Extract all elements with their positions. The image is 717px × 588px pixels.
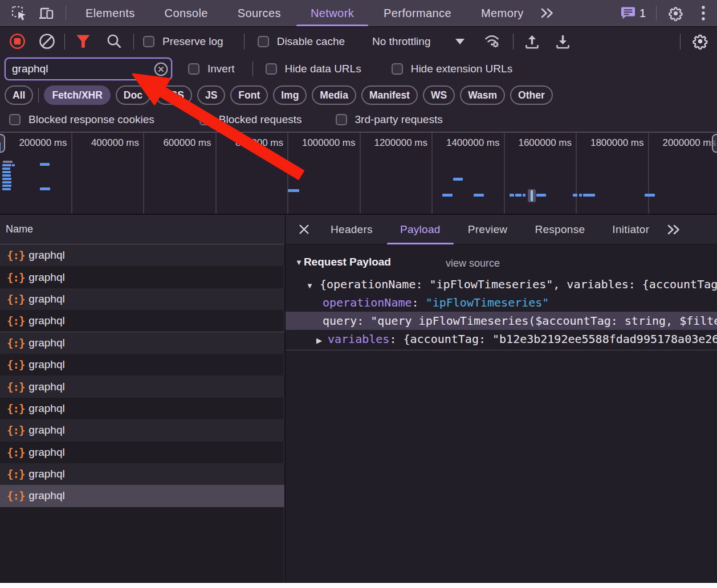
- divider: [244, 34, 245, 50]
- ruler-segment: 200000 ms: [0, 133, 72, 214]
- view-source-link[interactable]: view source: [446, 258, 500, 270]
- collapse-icon[interactable]: ▼: [306, 281, 313, 290]
- import-har-icon[interactable]: [523, 32, 541, 51]
- export-har-icon[interactable]: [553, 32, 572, 51]
- timeline-ruler: 200000 ms400000 ms600000 ms800000 ms1000…: [0, 133, 717, 214]
- request-row[interactable]: {:} graphql: [0, 310, 284, 332]
- main-panel-tab[interactable]: Performance: [369, 0, 466, 26]
- payload-root-row[interactable]: ▼{operationName: "ipFlowTimeseries", var…: [286, 275, 717, 293]
- device-toolbar-icon[interactable]: [35, 2, 58, 24]
- ruler-segment: 1600000 ms: [505, 133, 577, 214]
- overview-request-bar: [579, 194, 582, 197]
- kebab-menu-icon[interactable]: [698, 3, 709, 23]
- request-row[interactable]: {:} graphql: [0, 266, 284, 288]
- fetch-xhr-icon: {:}: [7, 446, 25, 459]
- details-tab[interactable]: Preview: [454, 215, 522, 244]
- type-filter-pill[interactable]: Manifest: [361, 85, 418, 105]
- more-panels-icon[interactable]: [540, 0, 555, 26]
- name-column-header[interactable]: Name: [0, 215, 284, 244]
- payload-row-query[interactable]: query: "query ipFlowTimeseries($accountT…: [286, 312, 717, 330]
- request-row[interactable]: {:} graphql: [0, 442, 284, 463]
- divider: [38, 88, 39, 103]
- overview-request-bar: [515, 194, 522, 197]
- overview-request-bar: [523, 194, 525, 197]
- payload-section-title: Request Payload: [304, 256, 391, 268]
- search-icon[interactable]: [105, 32, 123, 51]
- details-tab[interactable]: Response: [521, 215, 598, 244]
- record-stop-icon[interactable]: [8, 32, 26, 51]
- request-row[interactable]: {:} graphql: [0, 463, 284, 485]
- filter-funnel-icon[interactable]: [74, 32, 92, 51]
- overview-request-bar: [536, 194, 546, 197]
- request-row[interactable]: {:} graphql: [0, 485, 284, 507]
- type-filter-pill[interactable]: Media: [312, 85, 356, 105]
- overview-request-bar: [2, 168, 10, 170]
- type-filter-pill[interactable]: Img: [273, 85, 307, 105]
- type-filter-pill[interactable]: Other: [510, 85, 553, 105]
- overview-request-bar: [12, 164, 15, 166]
- details-tab[interactable]: Initiator: [598, 215, 663, 244]
- chat-badge-count: 1: [639, 7, 646, 20]
- type-filter-pill[interactable]: WS: [423, 85, 455, 105]
- type-filter-pill[interactable]: Wasm: [460, 85, 505, 105]
- network-settings-gear-icon[interactable]: [690, 31, 710, 52]
- close-details-icon[interactable]: [298, 223, 310, 235]
- type-filter-pill[interactable]: Font: [230, 85, 268, 105]
- overview-request-bar: [510, 194, 514, 197]
- disable-cache-checkbox[interactable]: Disable cache: [258, 35, 345, 48]
- request-row[interactable]: {:} graphql: [0, 244, 284, 266]
- expand-icon[interactable]: ▶: [316, 336, 322, 345]
- overview-request-bar: [288, 189, 299, 192]
- type-filter-pill[interactable]: Fetch/XHR: [44, 85, 110, 105]
- main-panel-tab[interactable]: Network: [296, 0, 369, 26]
- divider: [66, 6, 66, 21]
- request-row[interactable]: {:} graphql: [0, 375, 284, 397]
- type-filter-pill[interactable]: CSS: [156, 85, 192, 105]
- inspect-element-icon[interactable]: [7, 2, 30, 24]
- throttling-select[interactable]: No throttling: [372, 35, 465, 48]
- request-row[interactable]: {:} graphql: [0, 354, 284, 375]
- checkbox-box: [336, 114, 347, 125]
- clear-log-icon[interactable]: [38, 32, 56, 51]
- details-tab[interactable]: Headers: [317, 215, 386, 244]
- preserve-log-checkbox[interactable]: Preserve log: [143, 35, 223, 48]
- blocked-filter-checkbox[interactable]: 3rd-party requests: [336, 113, 443, 126]
- section-collapse-icon[interactable]: ▼: [295, 258, 303, 267]
- more-tabs-icon[interactable]: [667, 224, 682, 235]
- main-panel-tab[interactable]: Sources: [223, 0, 296, 26]
- type-filter-pill[interactable]: All: [5, 85, 33, 105]
- checkbox-box: [9, 114, 21, 125]
- payload-row-operationName[interactable]: operationName: "ipFlowTimeseries": [286, 293, 717, 312]
- main-panel-tab[interactable]: Elements: [71, 0, 150, 26]
- clear-filter-icon[interactable]: [154, 62, 168, 76]
- overview-request-bar: [442, 194, 453, 197]
- overview-window-grip-right[interactable]: [712, 134, 717, 153]
- main-panel-tab[interactable]: Memory: [466, 0, 539, 26]
- request-row[interactable]: {:} graphql: [0, 398, 284, 419]
- details-tab[interactable]: Payload: [386, 215, 454, 244]
- blocked-filter-checkbox[interactable]: Blocked response cookies: [9, 113, 154, 126]
- type-filter-pill[interactable]: Doc: [116, 85, 150, 105]
- overview-window-grip-left[interactable]: [0, 134, 5, 153]
- main-panel-tab[interactable]: Console: [150, 0, 223, 26]
- request-row[interactable]: {:} graphql: [0, 288, 284, 310]
- hide-extension-urls-checkbox[interactable]: Hide extension URLs: [392, 63, 512, 75]
- fetch-xhr-icon: {:}: [7, 381, 25, 393]
- filter-input[interactable]: [6, 63, 152, 75]
- ai-chat-badge[interactable]: 1: [621, 6, 646, 20]
- blocked-filter-checkbox[interactable]: Blocked requests: [199, 113, 302, 126]
- network-toolbar: Preserve log Disable cache No throttling: [0, 27, 717, 55]
- network-conditions-icon[interactable]: [483, 32, 503, 51]
- blocked-filters-row: Blocked response cookies Blocked request…: [0, 108, 717, 132]
- overview-request-bar: [3, 161, 13, 163]
- request-row[interactable]: {:} graphql: [0, 419, 284, 441]
- settings-gear-icon[interactable]: [666, 3, 685, 23]
- hide-data-urls-checkbox[interactable]: Hide data URLs: [266, 63, 361, 75]
- invert-checkbox[interactable]: Invert: [188, 63, 235, 75]
- type-filter-pill[interactable]: JS: [197, 85, 225, 105]
- network-overview-timeline[interactable]: 200000 ms400000 ms600000 ms800000 ms1000…: [0, 132, 717, 215]
- payload-row-variables[interactable]: ▶variables: {accountTag: "b12e3b2192ee55…: [286, 330, 717, 348]
- overview-request-bar: [2, 178, 11, 180]
- filter-input-box: [5, 58, 172, 80]
- request-row[interactable]: {:} graphql: [0, 332, 284, 354]
